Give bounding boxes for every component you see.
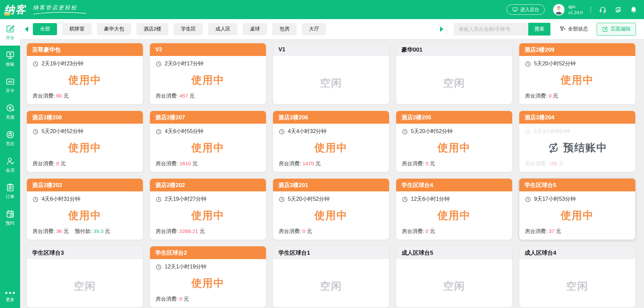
sidebar-item-orders[interactable]: 订单 [0,178,20,204]
room-card[interactable]: 酒店2楼203 4天6小时31分钟 使用中 房台消费: 36 元 预付款: 39… [27,179,143,240]
clock-icon [279,129,285,135]
room-card[interactable]: 豪华001 空闲 [396,43,512,104]
notification-bell-icon[interactable] [630,6,637,13]
order-icon [6,183,15,192]
room-duration: 12天1小时19分钟 [156,263,260,270]
room-card[interactable]: 学生区球台3 空闲 [27,246,143,307]
room-card-header: V2 [150,43,266,56]
room-status: 使用中 [315,208,348,223]
sidebar-item-open-card[interactable]: 开卡 [0,72,20,99]
sidebar-item-open-table[interactable]: 开台 [0,19,20,46]
more-dots-icon [5,292,15,294]
sidebar-item-recharge[interactable]: 充值 [0,99,20,125]
room-card[interactable]: V1 空闲 [273,43,389,104]
category-tab[interactable]: 豪华大包 [97,23,131,35]
room-consumption: 房台消费: 0 元 [525,93,630,100]
brand-slogan: 纳客管店更轻松 [33,4,87,15]
times-icon [6,130,15,139]
sidebar-item-cashier[interactable]: 收银 [0,46,20,72]
room-card-header: 学生区球台1 [273,246,389,259]
room-name: 至尊豪华包 [32,46,61,54]
room-card[interactable]: 学生区球台4 12天6小时1分钟 使用中 房台消费: 0 元 [396,179,512,240]
user-account[interactable]: qps v1.24.0 [553,4,583,16]
room-card[interactable]: 学生区球台5 9天17小时53分钟 使用中 房台消费: 37 元 [519,179,635,240]
room-card-header: 酒店2楼204 [519,111,635,124]
room-name: 酒店2楼205 [401,114,431,121]
room-name: 成人区球台5 [401,249,433,257]
room-card[interactable]: 学生区球台1 空闲 [273,246,389,307]
category-toolbar: 全部棋牌室豪华大包酒店2楼学生区成人区桌球包房大厅 搜索 全部状态 页面编辑 [20,19,644,39]
search-button[interactable]: 搜索 [528,23,550,36]
category-tab[interactable]: 桌球 [243,23,267,35]
search-input[interactable] [454,23,528,36]
room-duration: 5天20小时52分钟 [525,60,630,67]
room-card[interactable]: 酒店2楼202 2天19小时27分钟 使用中 房台消费: 2289.21 元 [150,179,266,240]
status-filter-dropdown[interactable]: 全部状态 [559,26,588,32]
open-table-icon [6,24,15,33]
room-name: 成人区球台4 [525,249,556,257]
room-card[interactable]: 酒店2楼209 5天20小时52分钟 使用中 房台消费: 0 元 [519,43,635,104]
clock-icon [33,129,39,135]
header-divider [591,7,591,13]
room-card-grid: 至尊豪华包 2天19小时23分钟 使用中 房台消费: 60 元 V2 [20,39,644,308]
sidebar-item-more[interactable]: 更多 [0,292,20,303]
tabs-scroll-right-chevron[interactable] [440,26,443,32]
sync-refresh-icon[interactable] [614,6,622,13]
page-edit-button[interactable]: 页面编辑 [597,23,636,36]
room-name: 酒店2楼204 [525,114,554,121]
room-card-header: 酒店2楼201 [273,179,389,191]
room-card-header: 酒店2楼208 [27,111,143,124]
app-version: v1.24.0 [568,10,583,16]
room-card[interactable]: 酒店2楼206 4天4小时32分钟 使用中 房台消费: 1470 元 [273,111,389,172]
room-prepaid: 预付款: 39.3 元 [75,228,110,234]
room-card[interactable]: 酒店2楼204 5天0小时8分钟 预结账中 房台消费: 186 元 [519,111,635,172]
room-card-header: 学生区球台5 [519,179,635,191]
sidebar-item-recharge-times[interactable]: 充次 [0,125,20,151]
room-card[interactable]: 酒店2楼207 4天6小时55分钟 使用中 房台消费: 1610 元 [150,111,266,172]
sidebar-item-member[interactable]: 会员 [0,151,20,178]
clock-icon [156,264,162,270]
category-tab[interactable]: 成人区 [208,23,237,35]
category-tab[interactable]: 学生区 [174,23,203,35]
room-consumption: 房台消费: 60 元 [33,93,137,100]
clock-icon [402,129,408,135]
room-duration: 4天6小时31分钟 [33,196,137,203]
room-card-header: 学生区球台2 [150,246,266,259]
room-card-header: 酒店2楼203 [27,179,143,191]
room-card[interactable]: 成人区球台4 空闲 [519,246,635,307]
room-card-header: 酒店2楼202 [150,179,266,191]
nake-pos-app: 纳客 纳客管店更轻松 进入后台 qps v1.24.0 [0,0,644,308]
room-card[interactable]: 酒店2楼208 5天20小时52分钟 使用中 房台消费: 0 元 [27,111,143,172]
room-card[interactable]: 学生区球台2 12天1小时19分钟 使用中 房台消费: 0 元 [150,246,266,307]
room-name: 酒店2楼206 [278,114,308,121]
clock-icon [525,61,531,67]
room-status: 使用中 [192,73,225,87]
tabs-scroll-left-chevron[interactable] [25,26,28,32]
enter-backend-button[interactable]: 进入后台 [506,4,545,15]
room-consumption: 房台消费: 36 元 预付款: 39.3 元 [33,228,137,235]
room-duration: 2天19小时27分钟 [156,196,260,203]
room-consumption: 房台消费: 457 元 [156,93,260,100]
room-consumption: 房台消费: 0 元 [402,228,506,235]
room-duration: 4天4小时32分钟 [279,128,383,135]
room-card[interactable]: 酒店2楼205 5天20小时52分钟 使用中 房台消费: 0 元 [396,111,512,172]
sidebar-item-reservation[interactable]: 预约 [0,204,20,231]
room-card[interactable]: V2 2天0小时17分钟 使用中 房台消费: 457 元 [150,43,266,104]
clock-icon [33,196,39,202]
room-consumption: 房台消费: 2289.21 元 [156,228,260,235]
room-card-header: 酒店2楼209 [519,43,635,56]
category-tab[interactable]: 全部 [33,23,57,35]
customer-service-headset-icon[interactable] [599,6,606,13]
room-duration: 4天6小时55分钟 [156,128,260,135]
room-card[interactable]: 至尊豪华包 2天19小时23分钟 使用中 房台消费: 60 元 [27,43,143,104]
room-status: 使用中 [315,141,348,155]
category-tab[interactable]: 包房 [272,23,297,35]
category-tab[interactable]: 大厅 [302,23,326,35]
room-card[interactable]: 酒店2楼201 5天20小时52分钟 使用中 房台消费: 0 元 [273,179,389,240]
room-status: 使用中 [68,73,102,87]
category-tab[interactable]: 酒店2楼 [137,23,168,35]
room-card-header: 酒店2楼206 [273,111,389,124]
monitor-icon [512,7,518,12]
room-card[interactable]: 成人区球台5 空闲 [396,246,512,307]
category-tab[interactable]: 棋牌室 [62,23,92,35]
